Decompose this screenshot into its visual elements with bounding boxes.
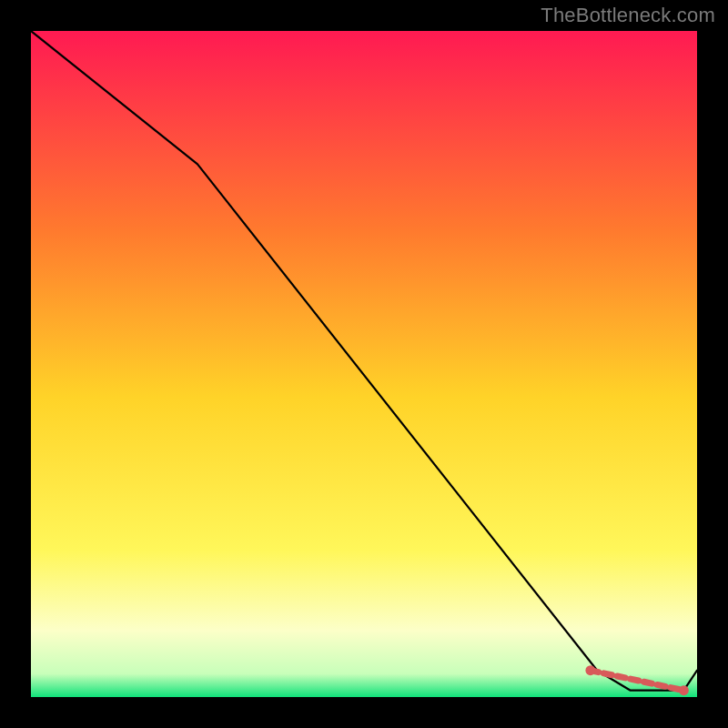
chart-frame: TheBottleneck.com (0, 0, 728, 728)
attribution-text: TheBottleneck.com (541, 4, 715, 27)
highlight-dot-0 (585, 665, 595, 675)
gradient-background (31, 31, 697, 697)
chart-plot-area (31, 31, 697, 697)
highlight-dot-1 (679, 685, 689, 695)
chart-svg (31, 31, 697, 697)
